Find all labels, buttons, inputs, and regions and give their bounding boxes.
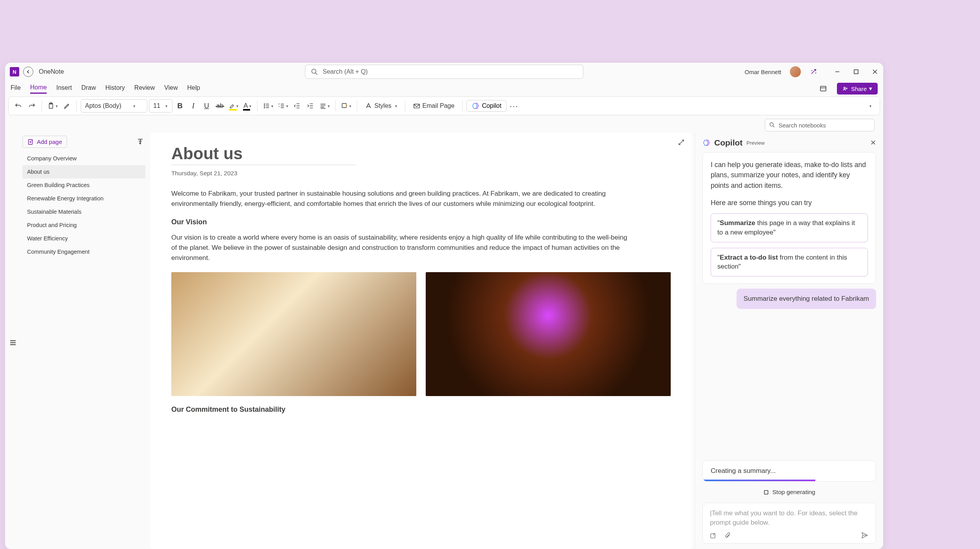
body-paragraph[interactable]: Welcome to Fabrikam, your trusted partne… [171, 189, 634, 209]
italic-button[interactable]: I [187, 100, 199, 112]
content-image[interactable] [426, 272, 671, 396]
page-item[interactable]: Water Efficiency [22, 232, 145, 245]
maximize-button[interactable] [853, 69, 860, 75]
format-painter-button[interactable] [61, 100, 73, 112]
copilot-intro-text: I can help you generate ideas, make to-d… [711, 160, 868, 191]
align-button[interactable]: ▾ [318, 100, 331, 112]
add-page-button[interactable]: Add page [22, 136, 67, 148]
stop-icon [763, 489, 769, 495]
coming-soon-icon[interactable] [809, 67, 818, 76]
expand-canvas-button[interactable] [678, 139, 685, 147]
copilot-suggestion[interactable]: "Extract a to-do list from the content i… [711, 248, 868, 277]
styles-button[interactable]: Styles▾ [361, 100, 401, 112]
app-icon: N [10, 67, 19, 76]
font-select[interactable]: Aptos (Body)▾ [81, 99, 147, 113]
page-item[interactable]: Sustainable Materials [22, 205, 145, 218]
page-item[interactable]: Company Overview [22, 152, 145, 165]
copilot-icon [702, 139, 710, 147]
tab-insert[interactable]: Insert [56, 84, 72, 93]
section-heading[interactable]: Our Vision [171, 218, 671, 226]
undo-button[interactable] [13, 100, 24, 112]
bullet-list-button[interactable]: ▾ [261, 100, 275, 112]
bold-button[interactable]: B [174, 100, 186, 112]
font-color-button[interactable]: A▾ [241, 100, 253, 112]
redo-button[interactable] [26, 100, 38, 112]
hamburger-icon [9, 136, 17, 549]
page-date: Thursday, Sept 21, 2023 [171, 170, 671, 177]
close-button[interactable] [871, 69, 878, 75]
copilot-input[interactable]: |Tell me what you want to do. For ideas,… [702, 503, 876, 544]
email-page-button[interactable]: Email Page [409, 100, 459, 112]
paste-button[interactable]: ▾ [46, 100, 59, 112]
svg-point-8 [264, 107, 265, 108]
progress-bar [703, 480, 815, 481]
prompt-guide-icon[interactable] [710, 532, 717, 539]
body-paragraph[interactable]: Our vision is to create a world where ev… [171, 233, 634, 264]
page-item[interactable]: Green Building Practices [22, 178, 145, 192]
tab-file[interactable]: File [11, 84, 21, 93]
page-canvas[interactable]: About us Thursday, Sept 21, 2023 Welcome… [150, 133, 692, 549]
section-heading[interactable]: Our Commitment to Sustainability [171, 405, 671, 414]
preview-badge: Preview [746, 140, 764, 146]
page-item[interactable]: Renewable Energy Integration [22, 192, 145, 205]
underline-button[interactable]: U [201, 100, 212, 112]
user-name: Omar Bennett [745, 69, 781, 75]
share-label: Share [851, 85, 867, 92]
copilot-close-button[interactable]: ✕ [870, 138, 876, 147]
page-item[interactable]: Community Engagement [22, 245, 145, 258]
page-sidebar: Add page Company Overview About us Green… [21, 133, 150, 549]
stop-generating-button[interactable]: Stop generating [702, 486, 876, 498]
title-bar: N OneNote Search (Alt + Q) Omar Bennett [5, 63, 883, 81]
send-icon[interactable] [861, 531, 869, 539]
copilot-user-message: Summarize everything related to Fabrikam [737, 289, 876, 309]
avatar[interactable] [790, 66, 801, 77]
copilot-pane: Copilot Preview ✕ I can help you generat… [695, 133, 883, 549]
copilot-intro-subtitle: Here are some things you can try [711, 198, 868, 208]
attach-icon[interactable] [724, 532, 731, 539]
back-button[interactable] [23, 67, 33, 77]
sort-button[interactable] [137, 138, 145, 146]
page-item[interactable]: About us [22, 165, 145, 178]
tab-home[interactable]: Home [30, 84, 47, 94]
page-title[interactable]: About us [171, 144, 671, 163]
global-search[interactable]: Search (Alt + Q) [305, 65, 583, 79]
number-list-button[interactable]: ▾ [276, 100, 290, 112]
svg-point-6 [264, 104, 265, 105]
share-button[interactable]: Share ▾ [837, 83, 878, 95]
tab-help[interactable]: Help [187, 84, 200, 93]
tab-view[interactable]: View [164, 84, 178, 93]
copilot-intro-card: I can help you generate ideas, make to-d… [702, 152, 876, 284]
copilot-icon [472, 102, 479, 110]
more-button[interactable]: ··· [508, 100, 520, 112]
ribbon-expand-button[interactable]: ▾ [864, 100, 876, 112]
svg-rect-13 [764, 491, 768, 494]
svg-rect-2 [820, 86, 826, 91]
page-item[interactable]: Product and Pricing [22, 218, 145, 232]
highlight-button[interactable]: ▾ [227, 100, 240, 112]
font-size-select[interactable]: 11▾ [149, 99, 172, 113]
minimize-button[interactable] [834, 69, 841, 75]
svg-point-0 [312, 69, 316, 73]
tab-draw[interactable]: Draw [81, 84, 96, 93]
tag-button[interactable]: ▾ [339, 100, 353, 112]
app-window: N OneNote Search (Alt + Q) Omar Bennett … [5, 63, 883, 549]
svg-point-7 [264, 105, 265, 106]
svg-rect-9 [342, 104, 347, 108]
copilot-header: Copilot Preview ✕ [702, 138, 876, 147]
add-page-icon [27, 139, 34, 145]
copilot-suggestion[interactable]: "Summarize this page in a way that expla… [711, 213, 868, 242]
indent-button[interactable] [305, 100, 316, 112]
tab-review[interactable]: Review [134, 84, 155, 93]
copilot-ribbon-button[interactable]: Copilot [466, 100, 506, 112]
content-image[interactable] [171, 272, 416, 396]
tab-history[interactable]: History [105, 84, 125, 93]
toolbar: ▾ Aptos (Body)▾ 11▾ B I U ab ▾ A▾ ▾ ▾ ▾ … [8, 96, 880, 115]
nav-toggle[interactable] [5, 133, 21, 549]
strikethrough-button[interactable]: ab [214, 100, 226, 112]
svg-point-11 [770, 123, 773, 126]
notebook-search[interactable]: Search notebooks [765, 119, 875, 131]
ribbon-mode-icon[interactable] [819, 84, 828, 93]
outdent-button[interactable] [291, 100, 303, 112]
image-row [171, 272, 671, 396]
search-placeholder: Search (Alt + Q) [323, 68, 368, 75]
